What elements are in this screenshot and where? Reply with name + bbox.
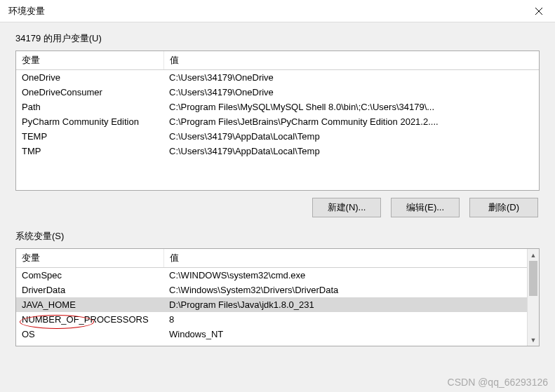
scrollbar[interactable]: ▲ ▼	[527, 249, 539, 346]
table-row[interactable]: TMPC:\Users\34179\AppData\Local\Temp	[16, 144, 539, 158]
table-row[interactable]: TEMPC:\Users\34179\AppData\Local\Temp	[16, 129, 539, 144]
sys-header-val[interactable]: 值	[163, 249, 527, 268]
close-icon	[535, 8, 542, 15]
table-row[interactable]: PathC:\Program Files\MySQL\MySQL Shell 8…	[16, 100, 539, 114]
table-row[interactable]: PyCharm Community EditionC:\Program File…	[16, 114, 539, 129]
window-title: 环境变量	[8, 5, 45, 18]
dialog-content: 34179 的用户变量(U) 变量 值 OneDriveC:\Users\341…	[0, 22, 555, 346]
system-vars-table-wrap: 变量 值 ComSpecC:\WINDOWS\system32\cmd.exe …	[15, 248, 540, 346]
table-row[interactable]: OneDriveConsumerC:\Users\34179\OneDrive	[16, 85, 539, 100]
scroll-down-icon[interactable]: ▼	[528, 334, 539, 346]
user-vars-table-wrap: 变量 值 OneDriveC:\Users\34179\OneDrive One…	[15, 50, 540, 191]
user-new-button[interactable]: 新建(N)...	[312, 198, 381, 217]
sys-header-var[interactable]: 变量	[16, 249, 163, 268]
user-edit-button[interactable]: 编辑(E)...	[391, 198, 460, 217]
user-header-val[interactable]: 值	[163, 51, 539, 70]
user-vars-buttons: 新建(N)... 编辑(E)... 删除(D)	[15, 191, 540, 217]
user-vars-label: 34179 的用户变量(U)	[15, 32, 540, 45]
watermark: CSDN @qq_66293126	[448, 377, 548, 388]
scroll-thumb[interactable]	[529, 261, 537, 296]
scroll-up-icon[interactable]: ▲	[528, 249, 539, 261]
table-row[interactable]: ComSpecC:\WINDOWS\system32\cmd.exe	[16, 268, 527, 283]
user-delete-button[interactable]: 删除(D)	[469, 198, 538, 217]
titlebar: 环境变量	[0, 0, 555, 22]
table-row[interactable]: DriverDataC:\Windows\System32\Drivers\Dr…	[16, 283, 527, 297]
user-vars-table[interactable]: 变量 值 OneDriveC:\Users\34179\OneDrive One…	[16, 51, 539, 158]
table-row[interactable]: OneDriveC:\Users\34179\OneDrive	[16, 70, 539, 86]
user-header-var[interactable]: 变量	[16, 51, 163, 70]
system-vars-label: 系统变量(S)	[15, 230, 540, 243]
user-vars-group: 34179 的用户变量(U) 变量 值 OneDriveC:\Users\341…	[15, 32, 540, 217]
table-row[interactable]: JAVA_HOMED:\Program Files\Java\jdk1.8.0_…	[16, 297, 527, 312]
table-row[interactable]: NUMBER_OF_PROCESSORS8	[16, 312, 527, 327]
close-button[interactable]	[523, 0, 555, 22]
system-vars-group: 系统变量(S) 变量 值 ComSpecC:\WINDOWS\system32\…	[15, 230, 540, 346]
system-vars-table[interactable]: 变量 值 ComSpecC:\WINDOWS\system32\cmd.exe …	[16, 249, 527, 342]
table-row[interactable]: OSWindows_NT	[16, 327, 527, 342]
